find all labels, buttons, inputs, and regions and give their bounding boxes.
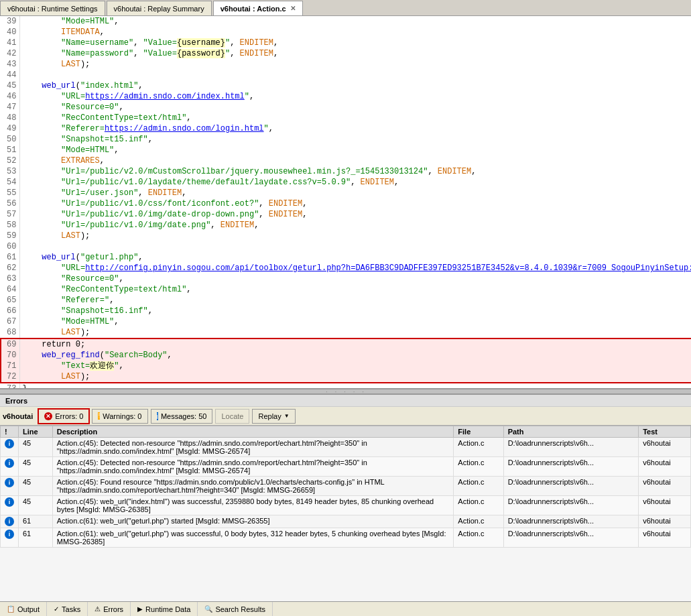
code-text: "Referer=https://admin.sndo.com/login.ht… — [19, 123, 691, 134]
errors-tab-icon: ⚠ — [95, 605, 101, 613]
runtime-tab-label: Runtime Data — [145, 605, 190, 613]
row-line: 45 — [19, 457, 53, 477]
row-line: 45 — [19, 477, 53, 496]
code-text: "Snapshot=t15.inf", — [19, 134, 691, 145]
code-text: "Name=username", "Value={username}", END… — [19, 38, 691, 48]
code-text: ITEMDATA, — [19, 27, 691, 38]
tab-replay-summary[interactable]: v6houtai : Replay Summary — [107, 1, 212, 15]
bottom-tab-output[interactable]: 📋 Output — [0, 602, 47, 617]
bottom-tab-runtime-data[interactable]: ▶ Runtime Data — [131, 602, 198, 617]
table-row[interactable]: i61Action.c(61): web_url("geturl.php") s… — [1, 515, 691, 528]
line-number: 40 — [1, 27, 19, 38]
code-text — [19, 70, 691, 80]
row-description: Action.c(45): Detected non-resource "htt… — [52, 457, 454, 477]
errors-table-wrapper: ! Line Description File Path Test i45Act… — [0, 426, 691, 601]
tab-label: v6houtai : Runtime Settings — [7, 5, 98, 13]
line-number: 39 — [1, 16, 19, 27]
table-row[interactable]: i45Action.c(45): web_url("index.html") w… — [1, 496, 691, 515]
row-test: v6houtai — [639, 438, 691, 457]
table-row[interactable]: i45Action.c(45): Detected non-resource "… — [1, 438, 691, 457]
locate-label: Locate — [221, 412, 243, 420]
row-line: 45 — [19, 438, 53, 457]
warnings-count: Warnings: 0 — [103, 412, 141, 420]
row-type-icon: i — [1, 477, 19, 496]
row-file: Action.c — [454, 438, 503, 457]
code-line: 63 "Resource=0", — [1, 273, 691, 284]
messages-button[interactable]: i Messages: 50 — [151, 409, 213, 424]
code-line: 65 "Referer=", — [1, 295, 691, 306]
code-text: "Snapshot=t16.inf", — [19, 306, 691, 316]
line-number: 59 — [1, 231, 19, 241]
bottom-tab-errors[interactable]: ⚠ Errors — [88, 602, 131, 617]
col-type: ! — [1, 426, 19, 438]
replay-button[interactable]: Replay ▼ — [252, 409, 295, 424]
line-number: 50 — [1, 134, 19, 145]
row-path: D:\loadrunnerscripts\v6h... — [503, 457, 639, 477]
table-row[interactable]: i61Action.c(61): web_url("geturl.php") w… — [1, 528, 691, 548]
row-line: 61 — [19, 515, 53, 528]
code-table: 39 "Mode=HTML",40 ITEMDATA,41 "Name=user… — [0, 16, 691, 389]
line-number: 45 — [1, 80, 19, 91]
code-text: "Url=/user.json", ENDITEM, — [19, 188, 691, 198]
tasks-tab-label: Tasks — [62, 605, 80, 613]
code-line: 44 — [1, 70, 691, 80]
line-number: 43 — [1, 59, 19, 70]
tab-runtime-settings[interactable]: v6houtai : Runtime Settings — [0, 1, 105, 15]
replay-label: Replay — [258, 412, 281, 420]
runtime-icon: ▶ — [137, 605, 143, 613]
bottom-tab-tasks[interactable]: ✓ Tasks — [47, 602, 88, 617]
code-text: "URL=https://admin.sndo.com/index.html", — [19, 91, 691, 102]
code-line: 39 "Mode=HTML", — [1, 16, 691, 27]
row-line: 45 — [19, 496, 53, 515]
code-line: 51 "Mode=HTML", — [1, 145, 691, 156]
row-file: Action.c — [454, 477, 503, 496]
line-number: 51 — [1, 145, 19, 156]
col-test: Test — [639, 426, 691, 438]
code-text: "RecContentType=text/html", — [19, 113, 691, 123]
line-number: 67 — [1, 316, 19, 327]
code-text: "Text=欢迎你", — [19, 361, 691, 371]
code-text: LAST); — [19, 59, 691, 70]
warnings-button[interactable]: ! Warnings: 0 — [92, 409, 147, 424]
line-number: 57 — [1, 209, 19, 220]
locate-button[interactable]: Locate — [215, 409, 249, 424]
col-description: Description — [52, 426, 454, 438]
search-results-icon: 🔍 — [204, 605, 212, 613]
bottom-tab-bar: 📋 Output ✓ Tasks ⚠ Errors ▶ Runtime Data… — [0, 601, 691, 616]
bottom-tab-search-results[interactable]: 🔍 Search Results — [198, 602, 273, 617]
tab-action-c[interactable]: v6houtai : Action.c ✕ — [213, 1, 303, 15]
code-text: web_url("geturl.php", — [19, 252, 691, 263]
errors-toolbar: v6houtai ✕ Errors: 0 ! Warnings: 0 i Mes… — [0, 407, 691, 426]
table-row[interactable]: i45Action.c(45): Found resource "https:/… — [1, 477, 691, 496]
line-number: 62 — [1, 263, 19, 273]
line-number: 69 — [1, 338, 19, 350]
line-number: 54 — [1, 177, 19, 188]
tab-bar: v6houtai : Runtime Settings v6houtai : R… — [0, 0, 691, 16]
code-text: "Url=/public/v1.0/css/font/iconfont.eot?… — [19, 198, 691, 209]
row-line: 61 — [19, 528, 53, 548]
row-description: Action.c(45): Detected non-resource "htt… — [52, 438, 454, 457]
code-line: 70 web_reg_find("Search=Body", — [1, 350, 691, 361]
code-text: return 0; — [19, 338, 691, 350]
errors-panel: Errors v6houtai ✕ Errors: 0 ! Warnings: … — [0, 393, 691, 601]
code-line: 50 "Snapshot=t15.inf", — [1, 134, 691, 145]
code-text: "Resource=0", — [19, 102, 691, 113]
errors-button[interactable]: ✕ Errors: 0 — [38, 409, 89, 424]
line-number: 41 — [1, 38, 19, 48]
replay-dropdown-icon[interactable]: ▼ — [284, 413, 290, 419]
line-number: 65 — [1, 295, 19, 306]
row-test: v6houtai — [639, 528, 691, 548]
code-editor: 39 "Mode=HTML",40 ITEMDATA,41 "Name=user… — [0, 16, 691, 389]
code-text: LAST); — [19, 327, 691, 338]
table-row[interactable]: i45Action.c(45): Detected non-resource "… — [1, 457, 691, 477]
tasks-icon: ✓ — [54, 605, 59, 613]
line-number: 61 — [1, 252, 19, 263]
col-file: File — [454, 426, 503, 438]
close-tab-icon[interactable]: ✕ — [290, 5, 296, 12]
code-line: 55 "Url=/user.json", ENDITEM, — [1, 188, 691, 198]
row-file: Action.c — [454, 515, 503, 528]
code-line: 68 LAST); — [1, 327, 691, 338]
code-line: 45 web_url("index.html", — [1, 80, 691, 91]
code-text: "Name=password", "Value={password}", END… — [19, 48, 691, 59]
code-text: EXTRARES, — [19, 156, 691, 166]
